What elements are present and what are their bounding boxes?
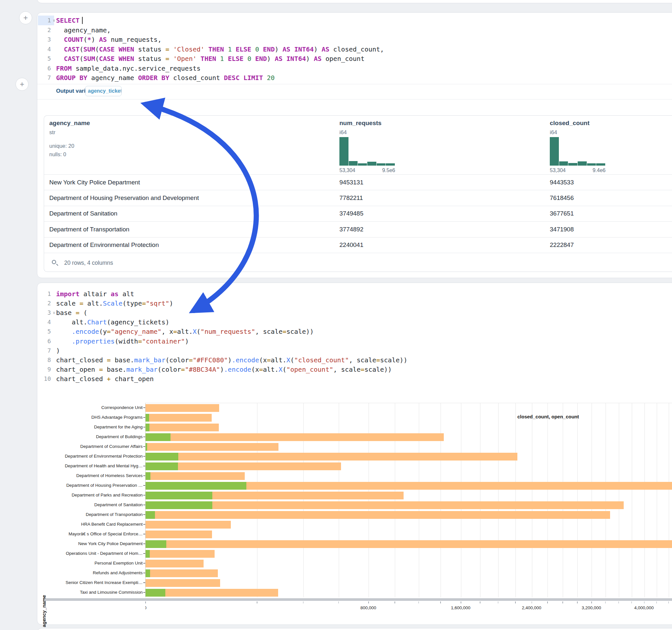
table-row[interactable]: Department of Transportation377489234719… bbox=[44, 221, 672, 237]
line-number: 6 bbox=[39, 336, 51, 346]
y-axis-label: Department of Environmental Protection bbox=[38, 452, 143, 461]
column-header-closed_count[interactable]: closed_count bbox=[550, 120, 589, 127]
chart-plot-area bbox=[145, 403, 672, 597]
y-axis-label: Department of Health and Mental Hyg… bbox=[38, 461, 143, 471]
search-icon[interactable] bbox=[52, 260, 56, 264]
x-axis-tick bbox=[631, 602, 632, 603]
table-row-count: 20 rows, 4 columns bbox=[64, 260, 113, 266]
table-preview-card: agency_namestrunique: 20nulls: 0num_requ… bbox=[44, 115, 672, 272]
column-histogram bbox=[339, 137, 395, 166]
search-icon-handle bbox=[56, 264, 58, 266]
bar-closed-count bbox=[146, 433, 444, 441]
x-axis-tick bbox=[547, 602, 548, 603]
divider bbox=[37, 99, 672, 99]
cell-closed_count: 3677651 bbox=[550, 210, 574, 217]
bar-open-count bbox=[146, 443, 147, 451]
code-line: 5 CAST(SUM(CASE WHEN status = 'Open' THE… bbox=[37, 54, 672, 64]
code-line: 3∨base = ( bbox=[37, 308, 672, 318]
code-text: .encode(y="agency_name", x=alt.X("num_re… bbox=[56, 327, 314, 336]
gridline bbox=[669, 403, 669, 597]
x-axis-tick bbox=[257, 602, 257, 603]
code-text: chart_open = base.mark_bar(color="#8BC34… bbox=[56, 365, 392, 374]
cell-agency_name: Department of Transportation bbox=[49, 226, 129, 233]
y-axis-label: Correspondence Unit bbox=[38, 403, 143, 413]
code-text: .properties(width="container") bbox=[56, 336, 189, 346]
bar-closed-count bbox=[146, 531, 212, 538]
histogram-max-label: 9.4e6 bbox=[589, 168, 605, 173]
previous-cell-card-edge bbox=[37, 0, 672, 3]
bar-closed-count bbox=[146, 423, 219, 431]
y-axis-label: HRA Benefit Card Replacement bbox=[38, 519, 143, 529]
table-row[interactable]: Department of Housing Preservation and D… bbox=[44, 190, 672, 205]
code-text: CAST(SUM(CASE WHEN status = 'Closed' THE… bbox=[56, 44, 384, 54]
column-type: i64 bbox=[339, 129, 347, 136]
bar-closed-count bbox=[146, 501, 624, 509]
x-axis-tick bbox=[644, 602, 645, 603]
column-header-agency_name[interactable]: agency_name bbox=[49, 120, 90, 127]
gridline bbox=[440, 403, 441, 597]
column-header-num_requests[interactable]: num_requests bbox=[339, 120, 382, 127]
gridline bbox=[657, 403, 657, 597]
bar-open-count bbox=[146, 414, 149, 421]
bar-open-count bbox=[146, 453, 178, 461]
cell-closed_count: 7618456 bbox=[550, 194, 574, 201]
column-histogram bbox=[550, 137, 605, 166]
table-row[interactable]: New York City Police Department945313194… bbox=[44, 174, 672, 190]
chart-horizontal-scrollbar[interactable] bbox=[44, 598, 672, 601]
code-text: agency_name, bbox=[56, 25, 111, 35]
bar-open-count bbox=[146, 511, 155, 519]
table-header: agency_namestrunique: 20nulls: 0num_requ… bbox=[44, 116, 672, 174]
x-axis-tick bbox=[591, 602, 592, 603]
code-line: 10chart_closed + chart_open bbox=[37, 374, 672, 384]
code-text: GROUP BY agency_name ORDER BY closed_cou… bbox=[56, 73, 274, 83]
line-number: 7 bbox=[39, 73, 51, 83]
x-axis-tick bbox=[515, 602, 516, 603]
output-variable-pill[interactable]: agency_tickets bbox=[85, 86, 122, 96]
column-null-count: nulls: 0 bbox=[49, 151, 66, 158]
code-text: chart_closed = base.mark_bar(color="#FFC… bbox=[56, 355, 407, 365]
line-number: 9 bbox=[39, 365, 51, 374]
table-footer: 20 rows, 4 columns bbox=[44, 253, 672, 272]
bar-closed-count bbox=[146, 404, 219, 412]
line-number: 1 bbox=[39, 289, 51, 299]
line-number: 10 bbox=[39, 374, 51, 384]
add-cell-button-middle[interactable]: + bbox=[16, 78, 28, 91]
y-axis-label: Department of Sanitation bbox=[38, 500, 143, 510]
code-text: chart_closed + chart_open bbox=[56, 374, 154, 384]
gridline bbox=[257, 403, 257, 597]
bar-open-count bbox=[146, 540, 166, 548]
x-axis-tick bbox=[394, 602, 395, 603]
add-cell-button-top[interactable]: + bbox=[19, 11, 32, 24]
line-number: 1 bbox=[39, 16, 51, 25]
code-text: COUNT(*) AS num_requests, bbox=[56, 35, 162, 44]
bar-closed-count bbox=[146, 579, 220, 587]
gridline bbox=[563, 403, 563, 597]
code-line: 1import altair as alt bbox=[37, 289, 672, 299]
column-type: str bbox=[49, 129, 55, 136]
code-line: 5 .encode(y="agency_name", x=alt.X("num_… bbox=[37, 327, 672, 336]
gridline bbox=[548, 403, 548, 597]
cell-num_requests: 3774892 bbox=[339, 226, 363, 233]
gridline bbox=[605, 403, 606, 597]
collapse-caret-icon[interactable]: ∨ bbox=[53, 308, 55, 318]
x-axis-tick bbox=[562, 602, 563, 603]
bar-open-count bbox=[146, 433, 170, 441]
python-code-editor[interactable]: 1import altair as alt2scale = alt.Scale(… bbox=[37, 283, 672, 387]
cell-num_requests: 7782211 bbox=[339, 194, 363, 201]
y-axis-label: Department for the Aging bbox=[38, 422, 143, 432]
code-text: FROM sample_data.nyc.service_requests bbox=[56, 64, 201, 73]
code-line: 6 .properties(width="container") bbox=[37, 336, 672, 346]
collapse-caret-icon[interactable]: ∨ bbox=[53, 16, 55, 25]
x-axis-tick bbox=[480, 602, 480, 603]
x-axis-tick-label: 1,600,000 bbox=[451, 605, 471, 610]
code-line: 7GROUP BY agency_name ORDER BY closed_co… bbox=[37, 73, 672, 83]
y-axis-label: Department of Homeless Services bbox=[38, 471, 143, 481]
bar-closed-count bbox=[146, 453, 518, 461]
sql-code-editor[interactable]: 1∨SELECT2 agency_name,3 COUNT(*) AS num_… bbox=[37, 13, 672, 83]
y-axis-label: Senior Citizen Rent Increase Exempti… bbox=[38, 578, 143, 587]
table-row[interactable]: Department of Sanitation37494853677651 bbox=[44, 206, 672, 221]
table-row[interactable]: Department of Environmental Protection22… bbox=[44, 237, 672, 253]
line-number: 6 bbox=[39, 64, 51, 73]
code-line: 2 agency_name, bbox=[37, 25, 672, 35]
x-axis-tick bbox=[619, 602, 619, 603]
